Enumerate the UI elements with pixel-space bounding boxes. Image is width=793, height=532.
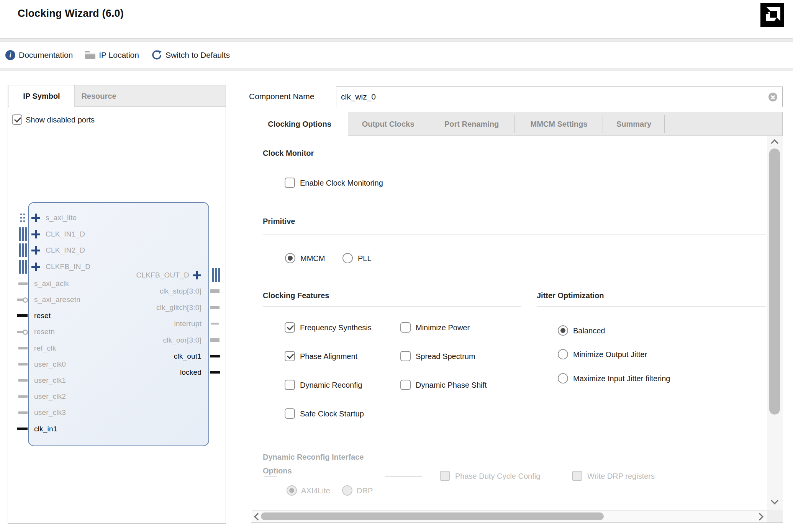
component-name-label: Component Name bbox=[249, 92, 314, 101]
port-user-clk3[interactable]: user_clk3 bbox=[34, 407, 66, 418]
component-name-input[interactable] bbox=[336, 86, 783, 107]
port-clk-out1[interactable]: clk_out1 bbox=[46, 351, 202, 362]
switch-to-defaults-button[interactable]: Switch to Defaults bbox=[151, 50, 230, 60]
port-clk-stop[interactable]: clk_stop[3:0] bbox=[46, 286, 202, 297]
port-stub-icon bbox=[210, 355, 220, 357]
port-label: user_clk2 bbox=[34, 392, 66, 401]
port-stub-icon bbox=[210, 371, 220, 374]
info-icon: i bbox=[5, 50, 15, 60]
documentation-label: Documentation bbox=[19, 51, 73, 60]
phase-alignment-checkbox[interactable] bbox=[285, 351, 295, 361]
bus-dotted-stub-icon bbox=[20, 214, 22, 215]
tab-resource-label: Resource bbox=[81, 92, 116, 101]
port-clk-oor[interactable]: clk_oor[3:0] bbox=[46, 335, 202, 346]
port-stub-icon bbox=[18, 379, 28, 382]
section-rule bbox=[385, 476, 422, 477]
tab-separator bbox=[134, 88, 134, 104]
port-locked[interactable]: locked bbox=[46, 367, 202, 378]
expand-plus-icon[interactable] bbox=[31, 230, 40, 239]
minimize-power-checkbox[interactable] bbox=[400, 322, 411, 333]
port-s-axi-lite[interactable]: s_axi_lite bbox=[28, 212, 77, 224]
tab-clocking-options[interactable]: Clocking Options bbox=[251, 112, 348, 136]
phase-duty-cycle-config-label: Phase Duty Cycle Config bbox=[455, 472, 540, 481]
port-label: locked bbox=[180, 368, 202, 377]
axi4lite-label: AXI4Lite bbox=[301, 486, 330, 495]
documentation-button[interactable]: i Documentation bbox=[5, 50, 73, 60]
pll-radio[interactable] bbox=[342, 253, 353, 263]
port-clkfb-out-d[interactable]: CLKFB_OUT_D bbox=[46, 269, 202, 281]
toolbar: i Documentation IP Location Switch to De… bbox=[0, 42, 793, 68]
expand-plus-icon[interactable] bbox=[31, 262, 40, 271]
port-clk-in1-d[interactable]: CLK_IN1_D bbox=[28, 228, 85, 240]
balanced-radio[interactable] bbox=[558, 325, 568, 336]
enable-clock-monitoring-label: Enable Clock Monitoring bbox=[300, 179, 383, 188]
tab-mmcm-settings[interactable]: MMCM Settings bbox=[515, 112, 603, 136]
bus-bars-stub-icon bbox=[19, 260, 27, 274]
tab-summary[interactable]: Summary bbox=[603, 112, 665, 136]
section-rule bbox=[264, 476, 277, 477]
port-label: clk_oor[3:0] bbox=[163, 336, 202, 344]
minimize-output-jitter-radio[interactable] bbox=[558, 349, 568, 359]
ip-symbol-panel: IP Symbol Resource Show disabled ports s… bbox=[8, 85, 226, 524]
section-rule bbox=[263, 307, 521, 307]
enable-clock-monitoring-checkbox[interactable] bbox=[285, 178, 295, 188]
header-divider bbox=[0, 38, 793, 42]
port-label: s_axi_lite bbox=[46, 214, 77, 222]
expand-plus-icon[interactable] bbox=[192, 271, 202, 280]
tab-output-clocks[interactable]: Output Clocks bbox=[348, 112, 428, 136]
clocking-features-title: Clocking Features bbox=[263, 291, 329, 300]
port-clk-glitch[interactable]: clk_glitch[3:0] bbox=[46, 302, 202, 313]
port-user-clk2[interactable]: user_clk2 bbox=[34, 391, 66, 402]
spread-spectrum-checkbox[interactable] bbox=[400, 351, 411, 361]
vertical-scrollbar-thumb[interactable] bbox=[769, 149, 780, 415]
refresh-icon bbox=[151, 50, 162, 60]
maximize-input-jitter-filtering-radio[interactable] bbox=[558, 373, 568, 383]
tab-port-renaming[interactable]: Port Renaming bbox=[428, 112, 515, 136]
horizontal-scrollbar-thumb[interactable] bbox=[261, 512, 604, 520]
bus-bars-stub-icon bbox=[19, 243, 27, 257]
tab-ip-symbol[interactable]: IP Symbol bbox=[9, 85, 75, 107]
dynamic-reconfig-interface-title-line1: Dynamic Reconfig Interface bbox=[263, 453, 364, 462]
drp-label: DRP bbox=[357, 486, 373, 495]
show-disabled-ports-label: Show disabled ports bbox=[26, 116, 95, 124]
port-stub-icon bbox=[18, 282, 28, 285]
section-rule bbox=[263, 166, 766, 166]
drp-radio bbox=[342, 485, 352, 496]
dynamic-reconfig-checkbox[interactable] bbox=[285, 380, 295, 390]
dynamic-phase-shift-checkbox[interactable] bbox=[400, 380, 411, 390]
inverted-port-stub-icon bbox=[17, 331, 26, 333]
minimize-output-jitter-label: Minimize Output Jitter bbox=[573, 350, 647, 359]
tab-label: Output Clocks bbox=[362, 120, 415, 129]
safe-clock-startup-checkbox[interactable] bbox=[285, 408, 295, 419]
port-stub-icon bbox=[17, 428, 28, 430]
port-label: CLK_IN2_D bbox=[46, 246, 85, 255]
port-clk-in2-d[interactable]: CLK_IN2_D bbox=[28, 245, 85, 256]
port-label: clk_glitch[3:0] bbox=[156, 304, 202, 312]
port-clk-in1[interactable]: clk_in1 bbox=[34, 423, 57, 435]
page-title: Clocking Wizard (6.0) bbox=[18, 8, 124, 20]
show-disabled-ports-checkbox[interactable] bbox=[12, 114, 22, 125]
bus-bars-stub-icon bbox=[19, 227, 27, 241]
port-stub-icon bbox=[18, 363, 28, 366]
ip-location-button[interactable]: IP Location bbox=[85, 51, 139, 60]
mmcm-radio[interactable] bbox=[285, 253, 295, 263]
phase-duty-cycle-config-checkbox bbox=[440, 471, 450, 481]
expand-plus-icon[interactable] bbox=[31, 213, 40, 222]
tab-resource[interactable]: Resource bbox=[75, 85, 122, 107]
clear-icon[interactable] bbox=[768, 93, 777, 101]
frequency-synthesis-checkbox[interactable] bbox=[285, 322, 295, 333]
expand-plus-icon[interactable] bbox=[31, 246, 40, 255]
dynamic-reconfig-label: Dynamic Reconfig bbox=[300, 381, 362, 390]
port-label: CLKFB_OUT_D bbox=[136, 271, 189, 279]
port-stub-icon bbox=[18, 347, 28, 349]
inverted-port-stub-icon bbox=[17, 299, 26, 301]
tab-label: Port Renaming bbox=[444, 120, 499, 129]
tab-ip-symbol-label: IP Symbol bbox=[23, 92, 60, 101]
bus-bars-stub-icon bbox=[212, 268, 220, 282]
write-drp-registers-checkbox bbox=[572, 471, 582, 481]
minimize-power-label: Minimize Power bbox=[416, 323, 470, 332]
port-interrupt[interactable]: interrupt bbox=[46, 318, 202, 330]
port-label: clk_stop[3:0] bbox=[160, 287, 202, 295]
clocking-wizard-dialog: Clocking Wizard (6.0) i Documentation IP… bbox=[0, 0, 793, 532]
port-label: interrupt bbox=[174, 320, 202, 328]
